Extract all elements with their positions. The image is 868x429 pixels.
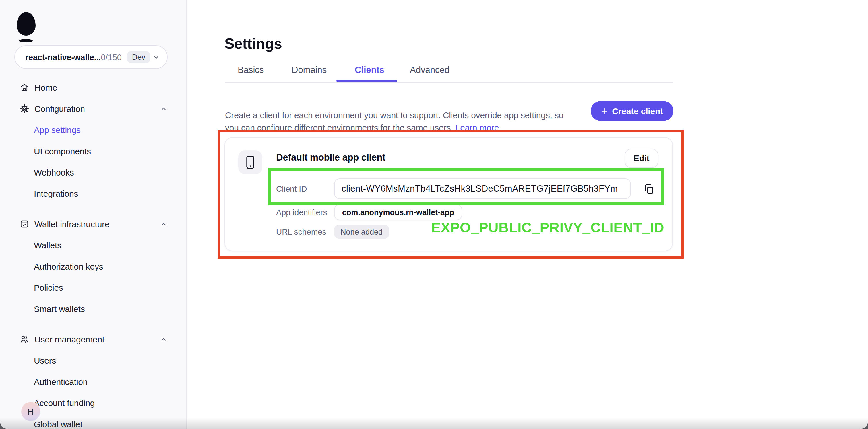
environment-badge: Dev xyxy=(127,51,150,63)
sidebar-item-label: User management xyxy=(34,334,104,344)
sidebar-item-label: Webhooks xyxy=(34,167,74,177)
users-icon xyxy=(20,334,29,344)
page-title: Settings xyxy=(224,35,282,53)
sidebar-item-label: Home xyxy=(34,82,57,92)
chevron-up-icon[interactable] xyxy=(160,336,167,343)
sidebar-item-smart-wallets[interactable]: Smart wallets xyxy=(0,298,186,320)
privy-logo-shadow xyxy=(19,39,33,42)
client-id-label: Client ID xyxy=(276,184,307,194)
sidebar-item-label: App settings xyxy=(34,125,81,135)
tab-advanced[interactable]: Advanced xyxy=(410,65,450,75)
sidebar-item-label: Global wallet xyxy=(34,419,82,429)
url-schemes-value: None added xyxy=(334,225,389,239)
smartphone-icon xyxy=(244,155,257,170)
sidebar-item-label: Users xyxy=(34,356,56,365)
home-icon xyxy=(20,82,29,92)
gear-icon xyxy=(20,104,29,113)
url-schemes-label: URL schemes xyxy=(276,227,327,237)
app-identifier-value: com.anonymous.rn-wallet-app xyxy=(334,204,462,220)
edit-client-button[interactable]: Edit xyxy=(625,148,658,168)
create-client-button[interactable]: + Create client xyxy=(591,101,673,121)
client-name: Default mobile app client xyxy=(276,152,385,163)
sidebar-item-label: Policies xyxy=(34,283,63,293)
copy-icon xyxy=(643,183,655,195)
sidebar-item-configuration[interactable]: Configuration xyxy=(0,98,186,119)
client-id-input[interactable] xyxy=(334,178,631,199)
sidebar-item-home[interactable]: Home xyxy=(0,77,186,98)
tab-basics[interactable]: Basics xyxy=(238,65,264,75)
chevron-down-icon xyxy=(153,54,160,61)
sidebar-item-wallet-infrastructure[interactable]: Wallet infrastructure xyxy=(0,213,186,235)
sidebar-item-label: UI components xyxy=(34,146,91,156)
sidebar-item-integrations[interactable]: Integrations xyxy=(0,183,186,204)
sidebar-item-label: Smart wallets xyxy=(34,304,85,314)
description-line2: you can configure different environments… xyxy=(225,123,453,132)
sidebar-item-ui-components[interactable]: UI components xyxy=(0,140,186,162)
create-client-label: Create client xyxy=(612,106,663,116)
sidebar-item-policies[interactable]: Policies xyxy=(0,277,186,298)
sidebar-item-label: Authorization keys xyxy=(34,262,103,271)
chevron-up-icon[interactable] xyxy=(160,105,167,112)
project-name: react-native-walle... xyxy=(25,53,101,62)
chevron-up-icon[interactable] xyxy=(160,221,167,227)
active-tab-underline xyxy=(336,80,397,82)
sidebar-item-label: Account funding xyxy=(34,398,95,408)
tab-domains[interactable]: Domains xyxy=(291,65,327,75)
tabs-divider xyxy=(225,82,673,82)
sidebar-item-webhooks[interactable]: Webhooks xyxy=(0,162,186,183)
sidebar: react-native-walle... 0/150 Dev Home Con… xyxy=(0,0,187,429)
plus-icon: + xyxy=(601,105,608,116)
project-usage-count: 0/150 xyxy=(101,53,122,62)
privy-logo-icon xyxy=(17,12,36,36)
project-selector[interactable]: react-native-walle... 0/150 Dev xyxy=(14,45,167,69)
sidebar-item-label: Wallet infrastructure xyxy=(34,219,110,229)
avatar-initial: H xyxy=(28,407,34,417)
sidebar-item-app-settings[interactable]: App settings xyxy=(0,119,186,140)
sidebar-item-authentication[interactable]: Authentication xyxy=(0,371,186,392)
sidebar-item-label: Wallets xyxy=(34,240,61,250)
app-window: react-native-walle... 0/150 Dev Home Con… xyxy=(0,0,868,429)
app-identifiers-label: App identifiers xyxy=(276,207,327,218)
sidebar-item-label: Authentication xyxy=(34,377,88,387)
sidebar-item-wallets[interactable]: Wallets xyxy=(0,235,186,256)
main-content: Settings Basics Domains Clients Advanced… xyxy=(187,0,868,429)
clients-description: Create a client for each environment you… xyxy=(225,109,592,134)
description-line1: Create a client for each environment you… xyxy=(225,110,563,120)
learn-more-link[interactable]: Learn more xyxy=(456,123,499,132)
copy-client-id-button[interactable] xyxy=(641,181,656,196)
wallet-icon xyxy=(20,219,29,229)
user-avatar[interactable]: H xyxy=(21,402,40,421)
sidebar-item-label: Integrations xyxy=(34,189,78,198)
tab-clients[interactable]: Clients xyxy=(355,65,384,75)
sidebar-nav: Home Configuration App settings UI compo… xyxy=(0,77,186,429)
mobile-client-tile xyxy=(238,150,262,174)
sidebar-item-label: Configuration xyxy=(34,104,85,113)
sidebar-item-users[interactable]: Users xyxy=(0,350,186,371)
sidebar-item-authorization-keys[interactable]: Authorization keys xyxy=(0,256,186,277)
sidebar-item-user-management[interactable]: User management xyxy=(0,329,186,350)
